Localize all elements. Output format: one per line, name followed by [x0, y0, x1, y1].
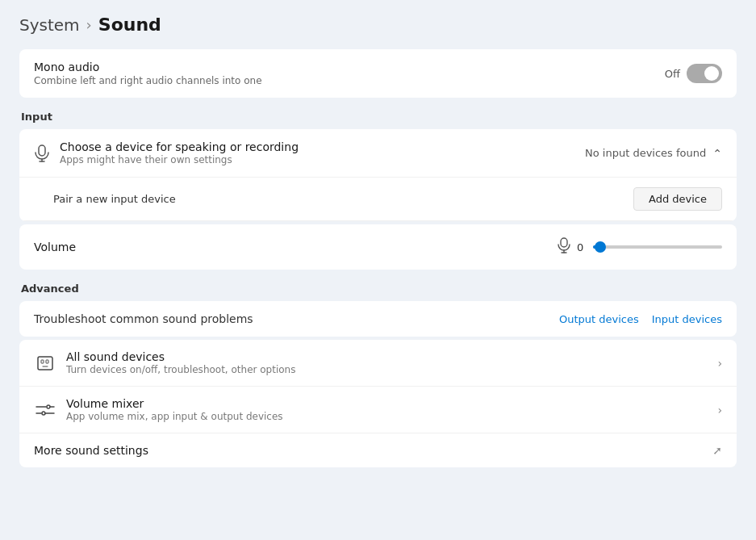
volume-slider[interactable] — [593, 245, 722, 249]
pair-device-row: Pair a new input device Add device — [19, 178, 737, 221]
more-sound-settings-left: More sound settings — [34, 444, 148, 457]
advanced-section-label: Advanced — [19, 283, 737, 295]
troubleshoot-card: Troubleshoot common sound problems Outpu… — [19, 301, 737, 337]
svg-rect-0 — [39, 145, 45, 156]
chevron-up-icon: ⌃ — [712, 147, 722, 160]
volume-row: Volume 0 — [19, 224, 737, 270]
svg-rect-3 — [561, 238, 567, 247]
svg-rect-6 — [38, 357, 52, 370]
input-section-label: Input — [19, 111, 737, 123]
microphone-icon — [34, 144, 50, 163]
advanced-section: Advanced Troubleshoot common sound probl… — [19, 283, 737, 467]
volume-mixer-icon — [34, 399, 56, 421]
more-sound-settings-title: More sound settings — [34, 444, 148, 457]
breadcrumb: System › Sound — [19, 15, 737, 35]
choose-device-right: No input devices found ⌃ — [585, 147, 722, 160]
mono-audio-description: Combine left and right audio channels in… — [34, 75, 262, 86]
pair-device-label: Pair a new input device — [53, 193, 176, 205]
add-device-button[interactable]: Add device — [633, 187, 722, 211]
input-device-card: Choose a device for speaking or recordin… — [19, 129, 737, 221]
sound-devices-icon — [34, 352, 56, 375]
volume-mixer-left: Volume mixer App volume mix, app input &… — [34, 397, 283, 422]
all-sound-devices-title: All sound devices — [66, 350, 295, 363]
mono-audio-toggle[interactable] — [687, 64, 722, 83]
toggle-off-label: Off — [665, 68, 680, 80]
mono-audio-card: Mono audio Combine left and right audio … — [19, 49, 737, 98]
more-sound-settings-text: More sound settings — [34, 444, 148, 457]
no-input-devices-label: No input devices found — [585, 147, 706, 159]
all-sound-devices-chevron: › — [717, 357, 722, 370]
external-link-icon: ➚ — [712, 444, 722, 457]
volume-value: 0 — [577, 241, 587, 253]
mono-audio-title: Mono audio — [34, 61, 262, 73]
choose-device-description: Apps might have their own settings — [60, 154, 299, 165]
troubleshoot-label: Troubleshoot common sound problems — [34, 312, 253, 325]
volume-mixer-row[interactable]: Volume mixer App volume mix, app input &… — [19, 387, 737, 433]
choose-device-title: Choose a device for speaking or recordin… — [60, 140, 299, 153]
volume-card: Volume 0 — [19, 224, 737, 270]
volume-mixer-text: Volume mixer App volume mix, app input &… — [66, 397, 283, 422]
all-sound-devices-left: All sound devices Turn devices on/off, t… — [34, 350, 295, 375]
all-sound-devices-description: Turn devices on/off, troubleshoot, other… — [66, 364, 295, 375]
choose-device-left: Choose a device for speaking or recordin… — [34, 140, 299, 165]
settings-page: System › Sound Mono audio Combine left a… — [0, 0, 756, 500]
troubleshoot-links: Output devices Input devices — [559, 313, 722, 325]
volume-mixer-chevron: › — [717, 404, 722, 417]
volume-mixer-title: Volume mixer — [66, 397, 283, 410]
svg-rect-8 — [46, 360, 48, 363]
svg-rect-7 — [41, 360, 44, 363]
mono-audio-toggle-area: Off — [665, 64, 722, 83]
volume-mixer-description: App volume mix, app input & output devic… — [66, 411, 283, 422]
input-devices-link[interactable]: Input devices — [652, 313, 722, 325]
output-devices-link[interactable]: Output devices — [559, 313, 639, 325]
more-sound-settings-row[interactable]: More sound settings ➚ — [19, 433, 737, 467]
volume-right: 0 — [558, 237, 722, 257]
breadcrumb-system[interactable]: System — [19, 15, 80, 35]
all-sound-devices-text: All sound devices Turn devices on/off, t… — [66, 350, 295, 375]
advanced-list-card: All sound devices Turn devices on/off, t… — [19, 340, 737, 467]
page-title: Sound — [98, 15, 161, 35]
troubleshoot-row: Troubleshoot common sound problems Outpu… — [19, 301, 737, 337]
all-sound-devices-row[interactable]: All sound devices Turn devices on/off, t… — [19, 340, 737, 387]
toggle-knob — [704, 66, 719, 81]
mono-audio-text: Mono audio Combine left and right audio … — [34, 61, 262, 86]
volume-mic-icon — [558, 237, 570, 257]
input-section: Input Choose a device for speaking or re — [19, 111, 737, 270]
choose-device-text: Choose a device for speaking or recordin… — [60, 140, 299, 165]
volume-label: Volume — [34, 241, 76, 253]
choose-device-row[interactable]: Choose a device for speaking or recordin… — [19, 129, 737, 178]
slider-thumb[interactable] — [595, 241, 606, 253]
breadcrumb-separator: › — [86, 16, 92, 33]
